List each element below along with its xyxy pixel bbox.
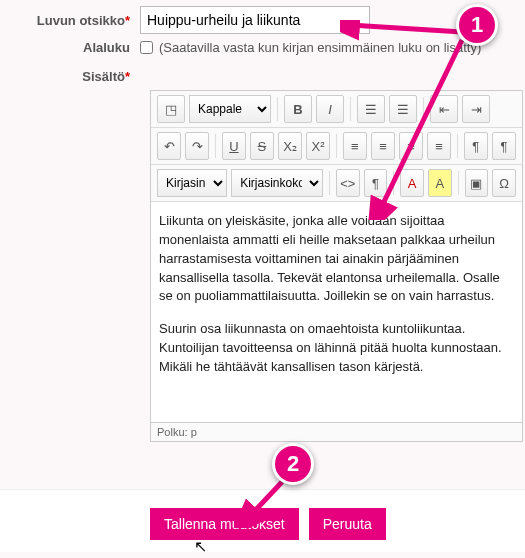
bulleted-list-button[interactable]: ☰	[357, 95, 385, 123]
text-color-button[interactable]: A	[400, 169, 424, 197]
required-asterisk-2: *	[125, 69, 130, 84]
subchapter-checkbox[interactable]	[140, 41, 153, 54]
bullets-icon: ☰	[365, 102, 377, 117]
indent-button[interactable]: ⇥	[462, 95, 490, 123]
align-right-icon: ≡	[407, 139, 415, 154]
callout-1: 1	[456, 4, 498, 46]
label-title-text: Luvun otsikko	[37, 13, 125, 28]
row-content: Sisältö*	[0, 61, 525, 84]
label-content: Sisältö*	[0, 61, 140, 84]
mouse-cursor-icon: ↖	[194, 537, 207, 556]
label-title: Luvun otsikko*	[0, 13, 140, 28]
cancel-button[interactable]: Peruuta	[309, 508, 386, 540]
align-left-icon: ≡	[351, 139, 359, 154]
separator	[457, 134, 458, 158]
row-title: Luvun otsikko*	[0, 6, 525, 34]
special-char-button[interactable]: Ω	[492, 169, 516, 197]
redo-button[interactable]: ↷	[185, 132, 209, 160]
footer-actions: Tallenna muutokset Peruuta	[0, 489, 525, 552]
source-code-button[interactable]: <>	[336, 169, 360, 197]
insert-image-button[interactable]: ▣	[465, 169, 489, 197]
content-paragraph-1: Liikunta on yleiskäsite, jonka alle void…	[159, 212, 514, 306]
font-size-select[interactable]: Kirjasinkoko	[231, 169, 323, 197]
align-justify-icon: ≡	[435, 139, 443, 154]
ltr-icon: ¶	[472, 139, 479, 154]
italic-button[interactable]: I	[316, 95, 344, 123]
editor-content-area[interactable]: Liikunta on yleiskäsite, jonka alle void…	[151, 202, 522, 422]
image-icon: ▣	[470, 176, 482, 191]
callout-2: 2	[272, 443, 314, 485]
element-path-bar: Polku: p	[151, 422, 522, 441]
toolbar-row-3: Kirjasin Kirjasinkoko <> ¶ A A ▣ Ω	[151, 165, 522, 202]
source-button[interactable]: ◳	[157, 95, 185, 123]
title-input[interactable]	[140, 6, 370, 34]
separator	[215, 134, 216, 158]
separator	[393, 171, 394, 195]
bold-button[interactable]: B	[284, 95, 312, 123]
required-asterisk: *	[125, 13, 130, 28]
label-subchapter: Alaluku	[0, 40, 140, 55]
separator	[336, 134, 337, 158]
separator	[329, 171, 330, 195]
paragraph-icon: ¶	[372, 176, 379, 191]
show-blocks-button[interactable]: ¶	[364, 169, 388, 197]
numbered-list-button[interactable]: ☰	[389, 95, 417, 123]
undo-button[interactable]: ↶	[157, 132, 181, 160]
strike-button[interactable]: S	[250, 132, 274, 160]
align-right-button[interactable]: ≡	[399, 132, 423, 160]
save-button[interactable]: Tallenna muutokset	[150, 508, 299, 540]
toolbar-row-1: ◳ Kappale B I ☰ ☰ ⇤ ⇥	[151, 91, 522, 128]
bg-color-button[interactable]: A	[428, 169, 452, 197]
format-select[interactable]: Kappale	[189, 95, 271, 123]
underline-button[interactable]: U	[222, 132, 246, 160]
rtl-button[interactable]: ¶	[492, 132, 516, 160]
ltr-button[interactable]: ¶	[464, 132, 488, 160]
separator	[423, 97, 424, 121]
content-paragraph-2: Suurin osa liikunnasta on omaehtoista ku…	[159, 320, 514, 377]
rtl-icon: ¶	[500, 139, 507, 154]
separator	[277, 97, 278, 121]
superscript-button[interactable]: X²	[306, 132, 330, 160]
numbers-icon: ☰	[397, 102, 409, 117]
subchapter-hint: (Saatavilla vasta kun kirjan ensimmäinen…	[159, 40, 481, 55]
align-left-button[interactable]: ≡	[343, 132, 367, 160]
outdent-button[interactable]: ⇤	[430, 95, 458, 123]
separator	[350, 97, 351, 121]
font-family-select[interactable]: Kirjasin	[157, 169, 227, 197]
toolbar-row-2: ↶ ↷ U S X₂ X² ≡ ≡ ≡ ≡ ¶ ¶	[151, 128, 522, 165]
row-subchapter: Alaluku (Saatavilla vasta kun kirjan ens…	[0, 40, 525, 55]
outdent-icon: ⇤	[439, 102, 450, 117]
subscript-button[interactable]: X₂	[278, 132, 302, 160]
indent-icon: ⇥	[471, 102, 482, 117]
subchapter-checkbox-wrap: (Saatavilla vasta kun kirjan ensimmäinen…	[140, 40, 481, 55]
rich-text-editor: ◳ Kappale B I ☰ ☰ ⇤ ⇥ ↶ ↷ U S X₂ X² ≡ ≡ …	[150, 90, 523, 442]
align-center-icon: ≡	[379, 139, 387, 154]
separator	[458, 171, 459, 195]
align-center-button[interactable]: ≡	[371, 132, 395, 160]
align-justify-button[interactable]: ≡	[427, 132, 451, 160]
label-content-text: Sisältö	[82, 69, 125, 84]
